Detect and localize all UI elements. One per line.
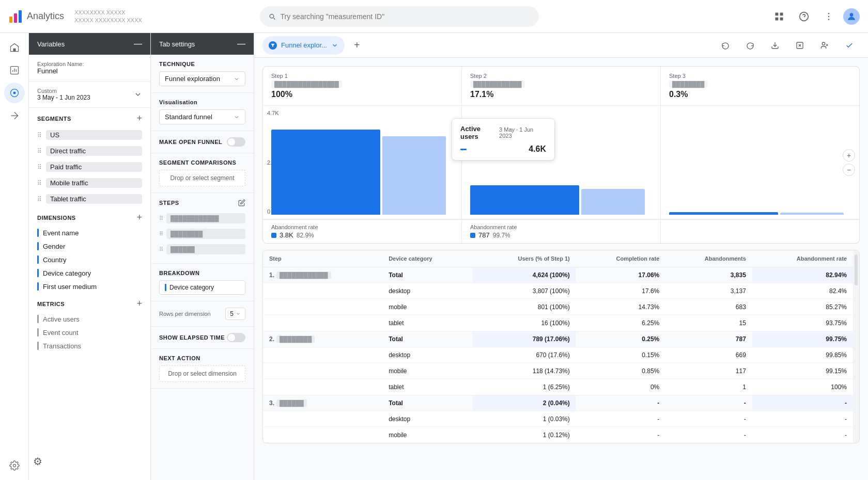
breakdown-label: BREAKDOWN bbox=[159, 270, 245, 276]
variables-panel-header: Variables — bbox=[29, 33, 150, 55]
date-range-selector[interactable]: Custom 3 May - 1 Jun 2023 bbox=[29, 82, 150, 108]
list-item[interactable]: Device category bbox=[29, 266, 150, 280]
step-2-label: Step 2 bbox=[470, 73, 652, 79]
grid-icon-button[interactable] bbox=[769, 6, 789, 27]
settings-gear-icon[interactable]: ⚙ bbox=[33, 456, 42, 467]
open-funnel-setting: MAKE OPEN FUNNEL bbox=[151, 131, 254, 153]
nav-home[interactable] bbox=[4, 37, 25, 58]
list-item[interactable]: First user medium bbox=[29, 280, 150, 293]
svg-rect-0 bbox=[9, 17, 12, 23]
more-vert-button[interactable] bbox=[818, 6, 839, 27]
tooltip-date: 3 May · 1 Jun 2023 bbox=[499, 126, 546, 139]
list-item[interactable]: ⠿ Paid traffic bbox=[29, 159, 150, 175]
dimension-label: Event name bbox=[43, 229, 79, 237]
open-funnel-toggle[interactable] bbox=[227, 137, 245, 147]
funnel-chart: Step 1 ████████████████ 100% Step 2 ████… bbox=[262, 66, 860, 244]
technique-setting: TECHNIQUE Funnel exploration bbox=[151, 55, 254, 93]
cell-step-empty bbox=[263, 379, 382, 395]
svg-point-6 bbox=[828, 15, 830, 17]
funnel-bar-col-2: Active users 3 May · 1 Jun 2023 4.6K bbox=[462, 106, 661, 219]
add-user-button[interactable] bbox=[814, 35, 835, 56]
svg-point-15 bbox=[13, 92, 16, 94]
help-icon-button[interactable] bbox=[794, 6, 814, 27]
table-body: 1.████████████Total4,624 (100%)17.06%3,8… bbox=[263, 267, 853, 443]
scroll-thumb bbox=[855, 254, 858, 285]
metric-bar bbox=[37, 328, 39, 337]
advertising-icon bbox=[9, 110, 20, 121]
cell-users: 801 (100%) bbox=[473, 299, 576, 315]
next-action-drop-zone[interactable]: Drop or select dimension bbox=[159, 365, 245, 382]
list-item[interactable]: ⠿ Mobile traffic bbox=[29, 175, 150, 191]
avatar[interactable] bbox=[843, 8, 860, 25]
share-button[interactable] bbox=[789, 35, 810, 56]
list-item[interactable]: Country bbox=[29, 253, 150, 266]
list-item[interactable]: Transactions bbox=[29, 339, 150, 353]
table-header-row: Step Device category Users (% of Step 1)… bbox=[263, 250, 853, 267]
technique-value: Funnel exploration bbox=[165, 75, 220, 83]
list-item[interactable]: Active users bbox=[29, 312, 150, 326]
zoom-in-button[interactable]: + bbox=[843, 149, 855, 162]
open-funnel-label: MAKE OPEN FUNNEL bbox=[159, 139, 222, 145]
nav-admin[interactable] bbox=[4, 455, 25, 476]
chart-container: Step 1 ████████████████ 100% Step 2 ████… bbox=[254, 58, 868, 480]
breakdown-item[interactable]: Device category bbox=[159, 280, 245, 295]
next-action-label: NEXT ACTION bbox=[159, 355, 245, 361]
funnel-bar-light-2 bbox=[581, 189, 645, 215]
svg-point-16 bbox=[13, 465, 16, 467]
step-content: ████████████ bbox=[166, 213, 245, 223]
undo-button[interactable] bbox=[715, 35, 736, 56]
add-metric-button[interactable]: + bbox=[136, 298, 142, 309]
abandon-value-1: 3.8K 82.9% bbox=[271, 231, 453, 239]
search-bar[interactable] bbox=[260, 6, 539, 27]
abandon-col-3 bbox=[661, 220, 859, 243]
cell-step-empty bbox=[263, 411, 382, 427]
svg-rect-1 bbox=[14, 13, 17, 23]
nav-advertising[interactable] bbox=[4, 105, 25, 126]
edit-icon[interactable] bbox=[238, 199, 245, 206]
cell-users: 16 (100%) bbox=[473, 315, 576, 331]
dimension-bar bbox=[37, 242, 39, 250]
save-button[interactable] bbox=[839, 35, 860, 56]
list-item[interactable]: Event name bbox=[29, 226, 150, 239]
segments-list: ⠿ US ⠿ Direct traffic ⠿ Paid traffic ⠿ M… bbox=[29, 127, 150, 207]
nav-reports[interactable] bbox=[4, 60, 25, 81]
table-scrollbar[interactable] bbox=[853, 250, 859, 443]
visualisation-label: Visualisation bbox=[159, 99, 245, 105]
nav-explore[interactable] bbox=[4, 83, 25, 103]
variables-minimize-button[interactable]: — bbox=[134, 39, 142, 49]
list-item[interactable]: Event count bbox=[29, 326, 150, 339]
abandon-pct-2: 99.7% bbox=[493, 232, 510, 239]
list-item[interactable]: ⠿ Tablet traffic bbox=[29, 191, 150, 207]
logo-text: Analytics bbox=[27, 11, 64, 22]
table-row: mobile1 (0.12%)--- bbox=[263, 427, 853, 443]
zoom-out-button[interactable]: − bbox=[843, 164, 855, 176]
cell-device: mobile bbox=[382, 363, 473, 379]
add-dimension-button[interactable]: + bbox=[136, 212, 142, 223]
th-users: Users (% of Step 1) bbox=[473, 250, 576, 267]
funnel-step-1-header: Step 1 ████████████████ 100% bbox=[263, 67, 462, 105]
segment-drop-zone[interactable]: Drop or select segment bbox=[159, 170, 245, 186]
funnel-bar-main-2 bbox=[470, 185, 579, 215]
search-input[interactable] bbox=[281, 12, 531, 21]
left-nav bbox=[0, 33, 29, 480]
list-item: ⠿ ████████████ bbox=[159, 211, 245, 226]
add-tab-button[interactable]: + bbox=[349, 37, 365, 54]
download-button[interactable] bbox=[765, 35, 785, 56]
cell-step-empty bbox=[263, 299, 382, 315]
redo-button[interactable] bbox=[740, 35, 761, 56]
list-item[interactable]: ⠿ Direct traffic bbox=[29, 143, 150, 159]
elapsed-time-toggle[interactable] bbox=[227, 333, 245, 342]
step-1-pct: 100% bbox=[271, 90, 453, 99]
list-item[interactable]: Gender bbox=[29, 239, 150, 253]
tab-funnel-explorer[interactable]: Funnel explor... bbox=[262, 36, 345, 55]
funnel-tab-icon bbox=[269, 41, 277, 50]
visualisation-dropdown[interactable]: Standard funnel bbox=[159, 109, 245, 124]
add-segment-button[interactable]: + bbox=[136, 113, 142, 124]
metric-label: Transactions bbox=[43, 342, 81, 350]
list-item[interactable]: ⠿ US bbox=[29, 127, 150, 143]
tab-settings-minimize-button[interactable]: — bbox=[237, 39, 245, 49]
funnel-data-table: Step Device category Users (% of Step 1)… bbox=[263, 250, 853, 443]
technique-dropdown[interactable]: Funnel exploration bbox=[159, 71, 245, 86]
dimension-bar bbox=[37, 255, 39, 264]
rows-select[interactable]: 5 bbox=[225, 308, 245, 320]
